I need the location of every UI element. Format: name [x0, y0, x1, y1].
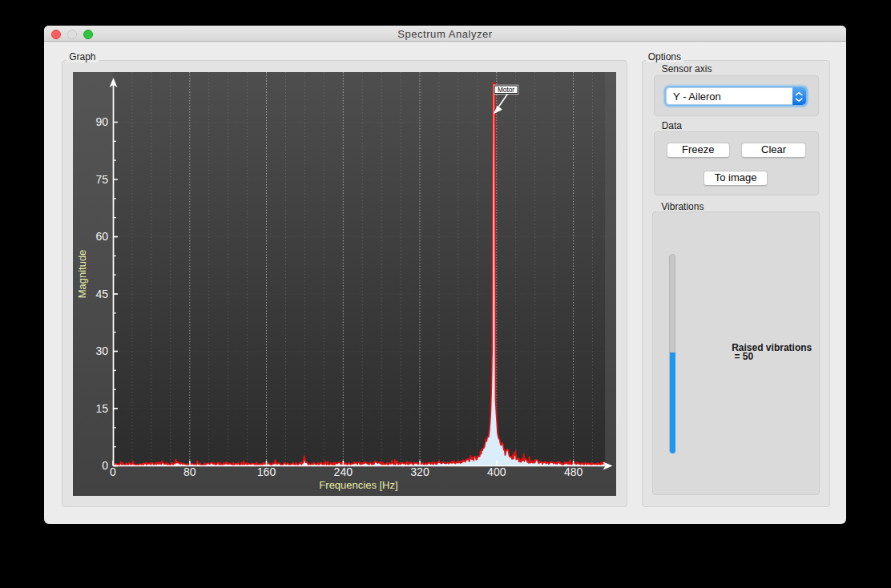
svg-text:0: 0: [102, 459, 108, 472]
svg-text:400: 400: [487, 465, 506, 477]
svg-text:Magnitude: Magnitude: [76, 249, 88, 298]
svg-text:80: 80: [183, 465, 196, 477]
svg-text:240: 240: [334, 465, 353, 477]
svg-text:160: 160: [257, 465, 276, 477]
svg-text:15: 15: [96, 401, 109, 414]
svg-text:0: 0: [110, 465, 116, 477]
svg-text:60: 60: [96, 230, 109, 243]
svg-text:Motor: Motor: [498, 86, 514, 93]
svg-text:45: 45: [96, 287, 109, 300]
svg-text:75: 75: [96, 172, 109, 185]
svg-text:320: 320: [410, 465, 429, 477]
svg-text:30: 30: [96, 344, 109, 357]
svg-text:Frequencies [Hz]: Frequencies [Hz]: [320, 478, 398, 490]
svg-text:90: 90: [96, 115, 109, 128]
svg-text:480: 480: [564, 465, 583, 477]
